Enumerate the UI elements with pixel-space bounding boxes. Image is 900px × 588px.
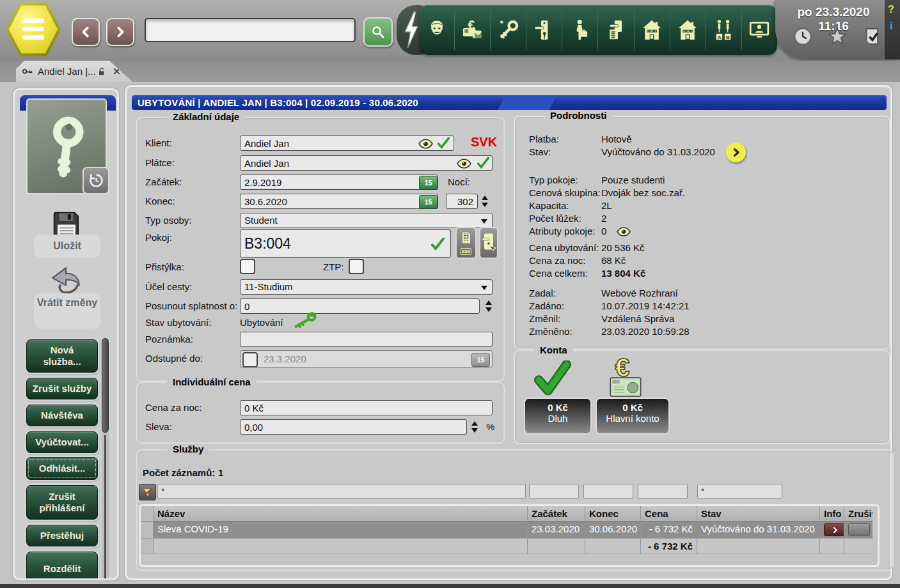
col-header-cena[interactable]: Cena [641, 506, 697, 522]
help-strip: ? i [885, 0, 900, 59]
room-select-button[interactable] [479, 227, 498, 259]
group-basic-data: Základní údaje Klient: SVK Plátce: Začát… [136, 117, 505, 382]
table-row[interactable]: Sleva COVID-19 23.03.2020 30.06.2020 - 6… [141, 522, 878, 539]
group-accounts: Konta 0 Kč Dluh € 0 Kč Hlavní konto [514, 350, 890, 444]
toolbar-video-terminal-icon[interactable] [742, 10, 777, 50]
cena-za-noc-input[interactable] [240, 400, 493, 415]
filter-stav-input[interactable] [697, 484, 782, 499]
filter-nazev-input[interactable] [157, 484, 526, 499]
history-clock-icon [88, 172, 105, 189]
noci-input[interactable] [446, 194, 478, 209]
toolbar-client-face-icon[interactable] [419, 10, 455, 50]
group-individual-price: Individuální cena Cena za noc: Sleva: % [136, 382, 505, 444]
sidebar-button-move[interactable]: Přestěhuj [26, 525, 98, 546]
filter-cena-input[interactable] [638, 484, 688, 499]
col-header-stav[interactable]: Stav [697, 506, 820, 522]
save-button[interactable]: Uložit [34, 235, 100, 258]
poznamka-input[interactable] [240, 332, 493, 347]
platce-input[interactable] [240, 155, 493, 171]
detail-row-stav: Stav:Vyúčtováno do 31.03.2020 [529, 146, 889, 159]
col-header-zrusit[interactable]: Zrušit [844, 506, 872, 522]
attributes-eye-icon[interactable] [616, 227, 631, 236]
sidebar-button-new-service[interactable]: Nová služba... [26, 339, 98, 373]
row-info-button[interactable] [824, 523, 844, 536]
detail-value: Pouze studenti [601, 174, 665, 185]
sidebar-button-visit[interactable]: Návštěva [26, 405, 98, 426]
filter-konec-input[interactable] [583, 484, 633, 499]
noci-label: Nocí: [448, 176, 470, 187]
splatnost-input[interactable] [240, 298, 480, 314]
toolbar-building-a-icon[interactable] [635, 10, 670, 50]
toolbar-door-card-icon[interactable] [598, 10, 634, 50]
sidebar-button-settle[interactable]: Vyúčtovat... [26, 431, 98, 453]
back-button[interactable] [72, 18, 100, 46]
platce-eye-icon[interactable] [456, 159, 472, 169]
favorites-button[interactable] [825, 24, 849, 49]
clock-button[interactable] [791, 24, 815, 49]
search-input[interactable] [145, 18, 356, 42]
page-title: UBYTOVÁNÍ | ANDIEL JAN | B3:004 | 02.09.… [138, 97, 418, 108]
toolbar-guest-icon[interactable] [562, 10, 598, 50]
status-next-button[interactable] [726, 143, 746, 162]
sidebar-button-split[interactable]: Rozdělit [26, 552, 98, 580]
toolbar-payment-money-icon[interactable]: € [455, 10, 491, 50]
sidebar-button-cancel-services[interactable]: Zrušit služby [26, 378, 98, 399]
forward-button[interactable] [106, 18, 134, 46]
detail-row-zadal: Zadal:Webové Rozhraní [529, 288, 889, 300]
konec-calendar-button[interactable]: 15 [419, 195, 438, 209]
detail-row-cena-ubytovani: Cena ubytování:20 536 Kč [529, 242, 889, 255]
noci-stepper[interactable] [479, 193, 490, 210]
status-key-icon [289, 310, 319, 329]
konec-input[interactable] [240, 194, 438, 209]
col-header-info[interactable]: Info [820, 506, 844, 522]
tasks-button[interactable] [860, 24, 884, 49]
splatnost-stepper[interactable] [483, 298, 494, 314]
account-tile-debt[interactable]: 0 Kč Dluh [525, 399, 590, 433]
zacatek-calendar-button[interactable]: 15 [419, 176, 438, 190]
cell-info [820, 522, 844, 539]
room-keypad-button[interactable]: 888 [455, 227, 477, 259]
odstupne-calendar-button[interactable]: 15 [471, 353, 490, 367]
sleva-stepper[interactable] [469, 419, 480, 435]
detail-label: Typ pokoje: [529, 174, 601, 185]
account-label: Dluh [525, 413, 590, 424]
search-button[interactable] [363, 17, 393, 47]
gutter-header [141, 506, 154, 522]
klient-eye-icon[interactable] [418, 139, 434, 149]
zacatek-input[interactable] [240, 174, 438, 190]
toolbar-door-lock-icon[interactable] [526, 10, 562, 50]
zacatek-label: Začátek: [145, 176, 182, 187]
toolbar-key-icon[interactable]: * [491, 10, 526, 50]
pristylka-checkbox[interactable] [240, 259, 255, 274]
filter-button[interactable] [139, 484, 156, 500]
main-menu-button[interactable] [5, 1, 61, 58]
key-icon [20, 65, 36, 80]
odstupne-checkbox[interactable] [242, 352, 258, 368]
help-button[interactable]: ? [888, 4, 894, 15]
cell-zacatek: 23.03.2020 [528, 522, 585, 539]
typ-osoby-select[interactable]: Student [240, 213, 493, 228]
pokoj-input[interactable] [240, 229, 451, 258]
info-button[interactable]: i [890, 20, 892, 32]
col-header-konec[interactable]: Konec [585, 506, 641, 522]
col-header-zacatek[interactable]: Začátek [528, 506, 585, 522]
sleva-input[interactable] [240, 419, 467, 435]
row-cancel-button[interactable] [848, 523, 870, 536]
sidebar-button-cancel-registration[interactable]: Zrušit přihlášení [26, 485, 98, 520]
ucel-select[interactable]: 11-Studium [240, 279, 493, 295]
toolbar-roommates-ab-icon[interactable]: AB [706, 10, 742, 50]
detail-row-zmeneno: Změněno:23.03.2020 10:59:28 [529, 326, 889, 339]
account-tile-main[interactable]: 0 Kč Hlavní konto [597, 399, 668, 433]
ucel-label: Účel cesty: [145, 281, 192, 292]
ztp-checkbox[interactable] [349, 259, 364, 274]
detail-label: Změněno: [529, 326, 601, 337]
sidebar-button-check-out[interactable]: Odhlásit... [26, 457, 98, 480]
sidebar-scrollbar-thumb[interactable] [102, 338, 109, 433]
detail-row-cena-za-noc: Cena za noc:68 Kč [529, 255, 889, 268]
toolbar-building-b-icon[interactable] [670, 10, 706, 50]
filter-zacatek-input[interactable] [529, 484, 579, 499]
detail-label: Atributy pokoje: [529, 226, 601, 236]
revert-changes-button[interactable]: Vrátit změny [34, 293, 100, 329]
history-button[interactable] [83, 167, 109, 194]
col-header-nazev[interactable]: Název [154, 506, 528, 522]
